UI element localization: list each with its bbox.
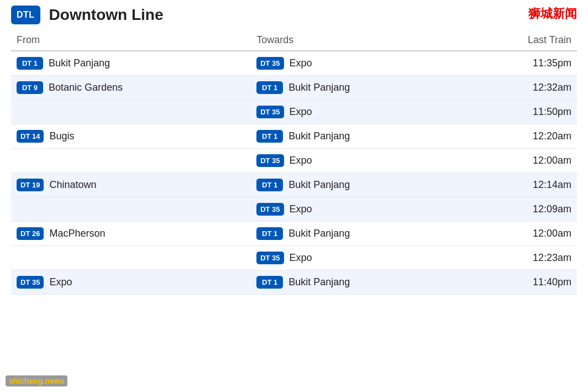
from-name: Bugis <box>49 130 74 142</box>
to-badge: DT 35 <box>256 106 284 118</box>
to-name: Expo <box>290 106 312 118</box>
towards-cell: DT 1 Bukit Panjang <box>251 270 465 295</box>
from-cell: DT 9 Botanic Gardens <box>11 76 251 100</box>
to-name: Bukit Panjang <box>288 179 350 191</box>
towards-cell: DT 35 Expo <box>251 197 465 222</box>
to-badge: DT 1 <box>256 179 283 191</box>
from-cell: DT 19 Chinatown <box>11 173 251 197</box>
to-name: Bukit Panjang <box>288 276 350 288</box>
last-train-cell: 11:35pm <box>465 51 577 76</box>
table-row: DT 26 MacPherson DT 1 Bukit Panjang 12:0… <box>11 222 577 246</box>
from-badge: DT 1 <box>17 57 43 70</box>
towards-cell: DT 1 Bukit Panjang <box>251 76 465 100</box>
table-row: DT 35 Expo 12:09am <box>11 197 577 222</box>
from-cell: DT 26 MacPherson <box>11 222 251 246</box>
page-title: Downtown Line <box>49 6 164 24</box>
to-badge: DT 1 <box>256 130 283 143</box>
to-name: Expo <box>290 203 312 215</box>
bottom-watermark: shicheng.news <box>6 375 67 386</box>
to-name: Expo <box>290 252 312 264</box>
to-name: Expo <box>290 155 312 166</box>
last-train-cell: 12:09am <box>465 197 577 222</box>
towards-cell: DT 1 Bukit Panjang <box>251 173 465 197</box>
table-row: DT 14 Bugis DT 1 Bukit Panjang 12:20am <box>11 124 577 149</box>
from-cell <box>11 246 251 270</box>
from-cell <box>11 149 251 173</box>
train-table-container: From Towards Last Train DT 1 Bukit Panja… <box>0 30 588 295</box>
from-badge: DT 14 <box>17 130 44 143</box>
to-badge: DT 35 <box>256 154 284 167</box>
from-cell: DT 1 Bukit Panjang <box>11 51 251 76</box>
towards-cell: DT 1 Bukit Panjang <box>251 222 465 246</box>
to-badge: DT 35 <box>256 203 284 216</box>
from-cell <box>11 197 251 222</box>
table-row: DT 1 Bukit Panjang DT 35 Expo 11:35pm <box>11 51 577 76</box>
table-row: DT 19 Chinatown DT 1 Bukit Panjang 12:14… <box>11 173 577 197</box>
to-badge: DT 35 <box>256 252 284 264</box>
towards-cell: DT 35 Expo <box>251 100 465 124</box>
from-name: Bukit Panjang <box>49 58 110 69</box>
col-last-train: Last Train <box>465 30 577 51</box>
towards-cell: DT 35 Expo <box>251 51 465 76</box>
last-train-cell: 12:00am <box>465 149 577 173</box>
from-cell: DT 14 Bugis <box>11 124 251 149</box>
from-cell <box>11 100 251 124</box>
to-name: Bukit Panjang <box>288 228 350 239</box>
to-badge: DT 1 <box>256 276 283 289</box>
towards-cell: DT 35 Expo <box>251 149 465 173</box>
from-badge: DT 9 <box>17 81 43 94</box>
last-train-cell: 11:50pm <box>465 100 577 124</box>
watermark: 狮城新闻 <box>528 6 577 22</box>
towards-cell: DT 35 Expo <box>251 246 465 270</box>
table-row: DT 35 Expo 12:23am <box>11 246 577 270</box>
last-train-cell: 12:23am <box>465 246 577 270</box>
table-header-row: From Towards Last Train <box>11 30 577 51</box>
table-row: DT 35 Expo 12:00am <box>11 149 577 173</box>
towards-cell: DT 1 Bukit Panjang <box>251 124 465 149</box>
to-name: Expo <box>290 58 312 69</box>
table-row: DT 9 Botanic Gardens DT 1 Bukit Panjang … <box>11 76 577 100</box>
from-badge: DT 19 <box>17 179 44 191</box>
from-badge: DT 26 <box>17 227 44 240</box>
last-train-cell: 11:40pm <box>465 270 577 295</box>
page-header: DTL Downtown Line 狮城新闻 <box>0 0 588 30</box>
dtl-badge: DTL <box>11 6 40 24</box>
table-row: DT 35 Expo DT 1 Bukit Panjang 11:40pm <box>11 270 577 295</box>
col-from: From <box>11 30 251 51</box>
from-name: MacPherson <box>49 228 105 239</box>
last-train-cell: 12:14am <box>465 173 577 197</box>
from-name: Botanic Gardens <box>49 82 123 93</box>
to-badge: DT 35 <box>256 57 284 70</box>
from-badge: DT 35 <box>17 276 44 289</box>
last-train-cell: 12:20am <box>465 124 577 149</box>
to-name: Bukit Panjang <box>288 82 350 93</box>
from-cell: DT 35 Expo <box>11 270 251 295</box>
from-name: Expo <box>49 276 72 288</box>
table-row: DT 35 Expo 11:50pm <box>11 100 577 124</box>
to-name: Bukit Panjang <box>288 130 350 142</box>
to-badge: DT 1 <box>256 227 283 240</box>
train-schedule-table: From Towards Last Train DT 1 Bukit Panja… <box>11 30 577 295</box>
last-train-cell: 12:32am <box>465 76 577 100</box>
col-towards: Towards <box>251 30 465 51</box>
last-train-cell: 12:00am <box>465 222 577 246</box>
to-badge: DT 1 <box>256 81 283 94</box>
from-name: Chinatown <box>49 179 96 191</box>
